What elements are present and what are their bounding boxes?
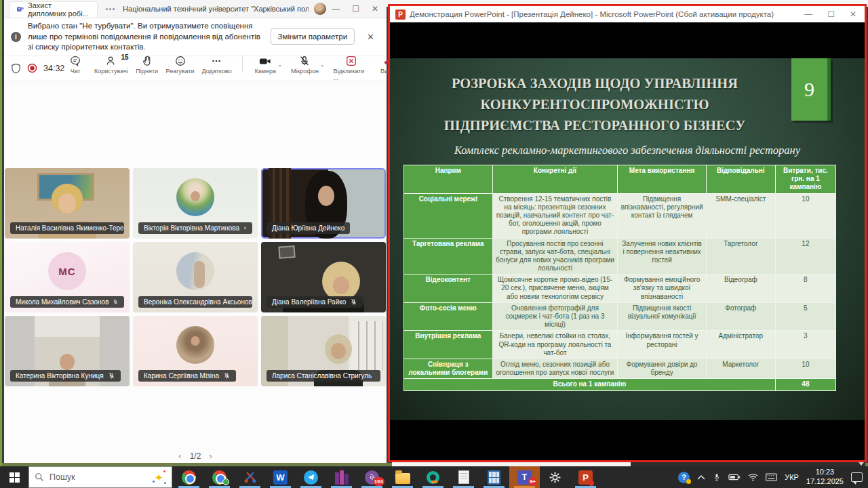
powerpoint-window-title: Демонстрация PowerPoint - [Презентація Д… [410, 10, 774, 18]
svg-text:T: T [18, 7, 20, 12]
taskbar-file-explorer[interactable] [387, 466, 418, 488]
action-center-icon[interactable] [851, 472, 863, 482]
search-icon [35, 472, 44, 482]
scrollbar-arrow-icon[interactable] [859, 462, 864, 466]
participant-tile[interactable]: Лариса Станіславівна Стригуль [261, 316, 386, 386]
tray-date: 17.12.2025 [806, 477, 844, 487]
shield-icon [11, 63, 21, 74]
word-icon: W [273, 470, 288, 485]
teams-meeting-window: T Захист дипломних робі... Національний … [4, 0, 387, 466]
camera-button[interactable]: Камера [254, 55, 276, 75]
react-button[interactable]: Реагувати [167, 55, 194, 75]
chat-button[interactable]: Чат [64, 55, 86, 75]
slideshow-letterbox-bottom [390, 420, 865, 460]
disconnect-button[interactable]: Відкликати ... [334, 55, 370, 81]
mic-options-chevron-icon[interactable]: ⌄ [320, 62, 325, 68]
mic-off-icon [243, 224, 247, 232]
participant-tile[interactable]: Вероніка Олександрівна Аксьонова [133, 242, 258, 312]
taskbar-word[interactable]: W [265, 466, 296, 488]
taskbar-winrar[interactable] [326, 466, 357, 488]
minimize-icon[interactable]: — [332, 4, 340, 14]
call-controls-bar: 34:32 Чат 15 Користувачі Підняти Реагува… [4, 56, 387, 81]
participant-tile[interactable]: МС Микола Михайлович Сазонов [5, 242, 130, 312]
participant-tile[interactable]: Катерина Вікторівна Куниця [5, 316, 130, 386]
close-icon[interactable]: ✕ [850, 9, 856, 19]
search-highlights-icon[interactable]: ✦ [153, 470, 166, 484]
taskbar-clock[interactable]: 10:23 17.12.2025 [806, 468, 844, 487]
folder-icon [395, 473, 410, 484]
taskbar-viber[interactable]: 193 [357, 466, 387, 488]
participant-name-label: Вікторія Вікторівна Мартинова [138, 222, 252, 234]
notification-dot [589, 481, 594, 486]
avatar [176, 252, 214, 290]
taskbar-calculator[interactable] [479, 466, 509, 488]
slide-title: РОЗРОБКА ЗАХОДІВ ЩОДО УПРАВЛІННЯ КОНКУРЕ… [429, 73, 760, 136]
participant-tile[interactable]: Карина Сергіївна Мізіна [133, 316, 258, 386]
taskbar-telegram[interactable] [296, 466, 326, 488]
tab-overflow-icon[interactable] [103, 8, 117, 10]
tray-mic-icon[interactable] [713, 472, 721, 483]
taskbar-chrome[interactable] [174, 466, 204, 488]
maximize-icon[interactable]: ☐ [827, 9, 835, 19]
battery-icon[interactable] [728, 473, 741, 481]
participant-tile[interactable]: Наталія Василівна Якименко-Тере... [5, 168, 130, 239]
participant-name-label: Наталія Василівна Якименко-Тере... [10, 222, 124, 234]
disconnect-icon [345, 55, 357, 67]
meeting-tab[interactable]: T Захист дипломних робі... [9, 1, 98, 18]
more-button[interactable]: Додатково [203, 55, 231, 75]
mic-off-icon [108, 372, 115, 380]
taskbar-media-app[interactable] [418, 466, 448, 488]
taskbar-notepad[interactable] [448, 466, 479, 488]
taskbar-settings[interactable] [540, 466, 570, 488]
taskbar-teams-active[interactable]: T 9+ [509, 466, 540, 488]
dismiss-notification-icon[interactable]: ✕ [361, 32, 380, 42]
teal-ring-icon [427, 471, 439, 484]
raise-hand-button[interactable]: Підняти [136, 55, 158, 75]
camera-options-chevron-icon[interactable]: ⌄ [277, 62, 282, 68]
language-indicator[interactable]: УКР [785, 473, 799, 481]
column-header: Напрям [404, 165, 493, 194]
change-settings-button[interactable]: Змінити параметри [271, 28, 355, 45]
avatar[interactable] [314, 3, 326, 15]
participant-tile-speaking[interactable]: Діана Юріївна Дейнеко [261, 168, 386, 239]
teams-badge: 9+ [528, 477, 537, 486]
info-icon: i [11, 32, 21, 42]
participant-tile[interactable]: Діана Валеріївна Райко [261, 242, 386, 312]
video-grid: Наталія Василівна Якименко-Тере... Вікто… [4, 168, 387, 386]
document-icon [458, 470, 469, 484]
table-row: Відеоконтент Щомісячне коротке промо-від… [404, 274, 836, 303]
raise-hand-icon [141, 55, 153, 67]
taskbar-chrome-profile[interactable] [204, 466, 235, 488]
powerpoint-icon: P [395, 9, 406, 20]
maximize-icon[interactable]: ☐ [352, 4, 359, 14]
table-header-row: Напрям Конкретні дії Мета використання В… [404, 165, 836, 194]
close-icon[interactable]: ✕ [372, 4, 378, 14]
table-row: Співпраця з локальними блогерами Огляд м… [404, 359, 836, 378]
profile-badge [222, 479, 229, 485]
prev-page-icon[interactable]: ‹ [178, 451, 181, 461]
participants-button[interactable]: 15 Користувачі [95, 55, 127, 75]
mic-off-icon [223, 372, 231, 380]
wifi-icon[interactable] [748, 473, 758, 481]
windows-taskbar: Пошук ✦ W 193 T 9+ P ? [0, 466, 868, 488]
participant-tile[interactable]: Вікторія Вікторівна Мартинова [133, 168, 258, 239]
mic-muted-icon [298, 55, 311, 67]
participant-name-label: Вероніка Олександрівна Аксьонова [138, 296, 252, 308]
taskbar-apps: W 193 T 9+ P [174, 466, 601, 488]
more-dots-icon [210, 55, 222, 67]
start-button[interactable] [0, 466, 28, 488]
participant-name-label: Катерина Вікторівна Куниця [10, 370, 121, 382]
minimize-icon[interactable]: — [804, 9, 812, 19]
total-value: 48 [775, 379, 835, 390]
participant-name-label: Лариса Станіславівна Стригуль [267, 370, 380, 382]
mic-button[interactable]: Мікрофон [291, 55, 319, 75]
taskbar-powerpoint[interactable]: P [570, 466, 601, 488]
powerpoint-window: P Демонстрация PowerPoint - [Презентація… [388, 4, 867, 462]
tray-expand-chevron-icon[interactable] [697, 474, 705, 480]
windows-logo-icon [9, 472, 20, 483]
touch-keyboard-icon[interactable] [766, 473, 777, 481]
taskbar-search[interactable]: Пошук ✦ [28, 466, 172, 488]
next-page-icon[interactable]: › [209, 451, 212, 461]
help-tray-icon[interactable]: ? [678, 472, 690, 483]
taskbar-snipping-tool[interactable] [235, 466, 265, 488]
